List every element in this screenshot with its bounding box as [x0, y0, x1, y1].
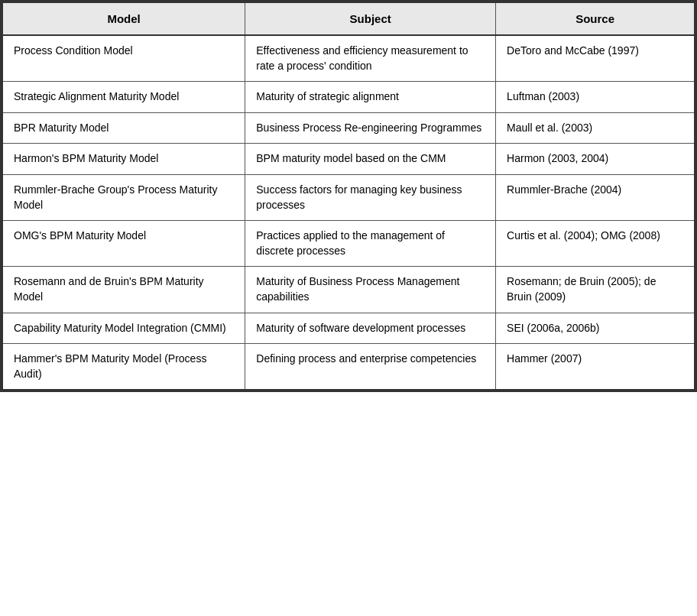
table-row: Rosemann and de Bruin's BPM Maturity Mod…	[2, 267, 695, 313]
cell-source: DeToro and McCabe (1997)	[496, 35, 695, 82]
cell-model: Capability Maturity Model Integration (C…	[2, 313, 245, 344]
table-row: Process Condition ModelEffectiveness and…	[2, 35, 695, 82]
table-row: OMG's BPM Maturity ModelPractices applie…	[2, 221, 695, 267]
maturity-models-table: Model Subject Source Process Condition M…	[2, 2, 695, 391]
cell-subject: BPM maturity model based on the CMM	[245, 144, 496, 175]
cell-model: Strategic Alignment Maturity Model	[2, 82, 245, 113]
cell-model: Rosemann and de Bruin's BPM Maturity Mod…	[2, 267, 245, 313]
cell-source: Rosemann; de Bruin (2005); de Bruin (200…	[496, 267, 695, 313]
cell-source: SEI (2006a, 2006b)	[496, 313, 695, 344]
cell-subject: Success factors for managing key busines…	[245, 174, 496, 220]
cell-subject: Business Process Re-engineering Programm…	[245, 112, 496, 144]
cell-source: Rummler-Brache (2004)	[496, 174, 695, 220]
table-row: Capability Maturity Model Integration (C…	[2, 313, 695, 344]
cell-subject: Maturity of Business Process Management …	[245, 267, 496, 313]
cell-source: Hammer (2007)	[496, 344, 695, 391]
cell-source: Luftman (2003)	[496, 82, 695, 113]
cell-model: Process Condition Model	[2, 35, 245, 82]
cell-model: OMG's BPM Maturity Model	[2, 221, 245, 267]
cell-model: BPR Maturity Model	[2, 112, 245, 144]
cell-subject: Maturity of strategic alignment	[245, 82, 496, 113]
table-body: Process Condition ModelEffectiveness and…	[2, 35, 695, 390]
table-row: Rummler-Brache Group's Process Maturity …	[2, 174, 695, 220]
cell-model: Rummler-Brache Group's Process Maturity …	[2, 174, 245, 220]
main-table-container: Model Subject Source Process Condition M…	[0, 0, 697, 392]
header-model: Model	[2, 2, 245, 35]
table-row: Hammer's BPM Maturity Model (Process Aud…	[2, 344, 695, 391]
cell-source: Harmon (2003, 2004)	[496, 144, 695, 175]
cell-source: Maull et al. (2003)	[496, 112, 695, 144]
cell-subject: Defining process and enterprise competen…	[245, 344, 496, 391]
table-row: Harmon's BPM Maturity ModelBPM maturity …	[2, 144, 695, 175]
cell-source: Curtis et al. (2004); OMG (2008)	[496, 221, 695, 267]
cell-subject: Maturity of software development process…	[245, 313, 496, 344]
table-row: BPR Maturity ModelBusiness Process Re-en…	[2, 112, 695, 144]
cell-model: Harmon's BPM Maturity Model	[2, 144, 245, 175]
cell-subject: Effectiveness and efficiency measurement…	[245, 35, 496, 82]
cell-model: Hammer's BPM Maturity Model (Process Aud…	[2, 344, 245, 391]
header-source: Source	[496, 2, 695, 35]
header-subject: Subject	[245, 2, 496, 35]
cell-subject: Practices applied to the management of d…	[245, 221, 496, 267]
table-header-row: Model Subject Source	[2, 2, 695, 35]
table-row: Strategic Alignment Maturity ModelMaturi…	[2, 82, 695, 113]
